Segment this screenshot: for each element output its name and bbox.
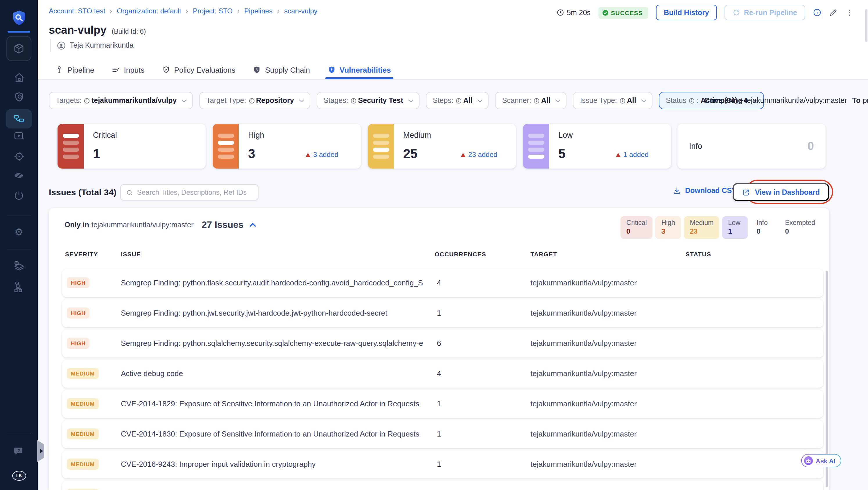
breadcrumb-link[interactable]: Organization: default (117, 7, 181, 15)
table-row[interactable]: MEDIUM CVE-2014-1829: Exposure of Sensit… (62, 390, 823, 418)
breadcrumb-link[interactable]: scan-vulpy (284, 7, 317, 15)
app-root: ⚙ ⚙ ⚙ ? TK (0, 0, 868, 490)
severity-chip[interactable]: Exempted 0 (779, 216, 821, 239)
pipeline-info-icon[interactable] (813, 8, 822, 17)
user-icon (57, 41, 66, 50)
page-title: scan-vulpy (49, 24, 106, 37)
tab-vulnerabilities[interactable]: Vulnerabilities (328, 60, 391, 79)
comparing-text: Comparing tejakummarikuntla/vulpy:master… (704, 96, 868, 104)
severity-chip[interactable]: Critical 0 (620, 216, 652, 239)
collapse-chevron-up-icon[interactable] (250, 223, 256, 229)
table-row[interactable]: HIGH Semgrep Finding: python.jwt.securit… (62, 299, 823, 327)
rerun-pipeline-button[interactable]: Re-run Pipeline (725, 5, 805, 20)
issue-target: tejakummarikuntla/vulpy:master (530, 460, 637, 468)
external-link-icon (742, 188, 750, 196)
severity-chip[interactable]: Low 1 (722, 216, 748, 239)
download-csv-button[interactable]: Download CSV (673, 187, 737, 195)
view-in-dashboard-button[interactable]: View in Dashboard (733, 183, 829, 201)
left-sidebar: ⚙ ⚙ ⚙ ? TK (0, 0, 38, 490)
issue-title: CVE-2014-1830: Exposure of Sensitive Inf… (121, 430, 420, 438)
sidebar-divider (7, 249, 31, 249)
severity-cards-row: Critical 1 High 3 (58, 124, 671, 169)
group-issue-count: 27 Issues (202, 220, 243, 230)
issue-title: Semgrep Finding: python.flask.security.a… (121, 278, 423, 287)
user-avatar[interactable]: TK (0, 468, 38, 483)
table-row[interactable]: MEDIUM Active debug code 4 tejakummariku… (62, 360, 823, 388)
build-id: (Build Id: 6) (112, 28, 146, 35)
severity-chip[interactable]: Medium 23 (684, 216, 719, 239)
severity-card-count: 1 (93, 147, 100, 161)
tab-inputs[interactable]: Inputs (112, 60, 145, 79)
severity-card-label: Medium (403, 131, 431, 140)
page-scrollbar[interactable] (865, 9, 867, 42)
tab-pipeline[interactable]: Pipeline (55, 60, 94, 79)
severity-chips-row: Critical 0 High 3 Medium 23 Low 1 Info 0 (620, 216, 821, 239)
sidebar-executions-icon[interactable] (0, 129, 38, 143)
sto-logo-icon[interactable] (0, 8, 38, 28)
tab-supply-chain[interactable]: Supply Chain (253, 60, 310, 79)
severity-card-added: 23 added (461, 151, 497, 159)
help-chat-icon[interactable]: ? (0, 444, 38, 458)
issues-table-body: HIGH Semgrep Finding: python.flask.secur… (62, 269, 823, 490)
info-icon (534, 97, 540, 104)
chevron-down-icon (477, 97, 483, 102)
info-icon (248, 97, 255, 104)
sidebar-scans-icon[interactable] (0, 90, 38, 104)
arrow-right-icon (40, 449, 43, 453)
severity-card-label: High (248, 131, 265, 140)
breadcrumb-link[interactable]: Pipelines (244, 7, 273, 15)
issues-total-title: Issues (Total 34) (49, 187, 117, 197)
more-options-kebab-icon[interactable] (845, 8, 854, 17)
refresh-icon (733, 9, 741, 16)
filter-dropdown[interactable]: Target Type: : Repository (199, 92, 310, 109)
sidebar-default-settings-icon[interactable]: ⚙ (0, 261, 38, 274)
sidebar-governance-icon[interactable]: ⚙ (0, 281, 38, 295)
severity-badge: MEDIUM (67, 368, 99, 379)
chevron-down-icon (182, 97, 187, 102)
severity-card-count: 25 (403, 147, 417, 161)
severity-card-added: 1 added (616, 151, 649, 159)
sidebar-targets-icon[interactable] (0, 149, 38, 163)
svg-text:?: ? (18, 448, 20, 453)
issue-title: CVE-2014-1829: Exposure of Sensitive Inf… (121, 399, 420, 408)
table-row[interactable]: HIGH Semgrep Finding: python.flask.secur… (62, 269, 823, 297)
table-row[interactable]: MEDIUM CVE-2014-1830: Exposure of Sensit… (62, 420, 823, 448)
filter-dropdown[interactable]: Steps: : All (426, 92, 489, 109)
issue-occurrences: 1 (437, 399, 441, 408)
build-history-button[interactable]: Build History (656, 5, 717, 20)
sidebar-home-icon[interactable] (0, 71, 38, 85)
table-row[interactable]: MEDIUM CVE-2016-9243: Improper input val… (62, 451, 823, 479)
ask-ai-button[interactable]: Ask AI (801, 454, 841, 467)
sidebar-pipelines-icon[interactable] (0, 112, 38, 126)
severity-badge: MEDIUM (67, 428, 99, 439)
severity-badge: HIGH (67, 338, 90, 349)
severity-card-count: 3 (248, 147, 255, 161)
chevron-down-icon (299, 97, 304, 102)
tab-policy-evaluations[interactable]: Policy Evaluations (162, 60, 235, 79)
severity-card: Low 5 1 added (523, 124, 671, 169)
sidebar-hidden-issues-icon[interactable] (0, 169, 38, 183)
filter-dropdown[interactable]: Stages: : Security Test (317, 92, 420, 109)
filter-dropdown[interactable]: Targets: : tejakummarikuntla/vulpy (49, 92, 193, 109)
issues-search (120, 184, 258, 201)
filter-dropdown[interactable]: Scanner: : All (495, 92, 567, 109)
severity-card-bar (368, 124, 394, 169)
supply-chain-tab-icon (253, 66, 261, 74)
table-row[interactable]: MEDIUM (62, 481, 823, 490)
breadcrumb-link[interactable]: Account: STO test (49, 7, 105, 15)
search-input[interactable] (137, 188, 253, 196)
table-row[interactable]: HIGH Semgrep Finding: python.sqlalchemy.… (62, 330, 823, 358)
filters-row: Targets: : tejakummarikuntla/vulpy Targe… (49, 92, 764, 109)
issue-title: Active debug code (121, 369, 183, 378)
severity-chip[interactable]: Info 0 (751, 216, 776, 239)
issue-target: tejakummarikuntla/vulpy:master (530, 339, 637, 347)
module-selector-button[interactable] (6, 36, 31, 61)
edit-pipeline-icon[interactable] (829, 8, 838, 17)
sidebar-exemptions-icon[interactable] (0, 188, 38, 202)
info-icon (619, 97, 626, 104)
sidebar-settings-icon[interactable]: ⚙ (0, 225, 38, 238)
breadcrumb-link[interactable]: Project: STO (193, 7, 233, 15)
filter-dropdown[interactable]: Issue Type: : All (573, 92, 652, 109)
severity-chip[interactable]: High 3 (656, 216, 681, 239)
issue-occurrences: 1 (437, 430, 441, 438)
